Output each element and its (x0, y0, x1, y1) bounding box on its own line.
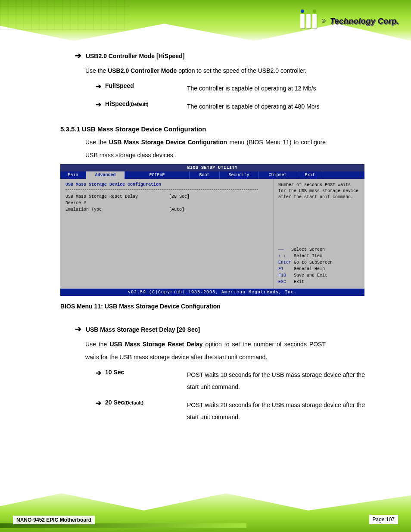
brand-reg: ® (322, 18, 326, 24)
key-text: Select Item (294, 254, 322, 258)
opt-name: 10 Sec (105, 369, 187, 376)
bios-body: USB Mass Storage Device Configuration US… (60, 179, 364, 289)
bios-tabs: Main Advanced PCIPnP Boot Security Chips… (60, 171, 364, 179)
sec2-heading: 5.3.5.1 USB Mass Storage Device Configur… (60, 125, 411, 133)
key-glyph: F10 (278, 273, 286, 278)
sec2-intro: Use the USB Mass Storage Device Configur… (85, 136, 326, 162)
list-item: ➔ HiSpeed (Default) The controller is ca… (96, 100, 411, 112)
page-content: ➔ USB2.0 Controller Mode [HiSpeed] Use t… (0, 51, 411, 429)
key-text: Select Screen (291, 247, 325, 252)
bios-footer: v02.59 (C)Copyright 1985-2005, American … (60, 289, 364, 296)
bios-panel: BIOS SETUP UTILITY Main Advanced PCIPnP … (60, 164, 364, 296)
bios-row: Device # (65, 201, 268, 205)
logo-bar-3 (312, 14, 317, 28)
banner-trace (0, 0, 129, 30)
arrow-icon: ➔ (96, 399, 105, 407)
opt-name: FullSpeed (105, 82, 187, 89)
key-glyph: F1 (278, 267, 283, 271)
opt-name: HiSpeed (Default) (105, 100, 187, 107)
key-glyph: ESC (278, 280, 286, 284)
logo-bar-2 (306, 14, 311, 28)
top-banner: ® Technology Corp. (0, 0, 411, 43)
sec1-intro-a: Use the (85, 67, 108, 74)
page-number: Page 107 (369, 515, 398, 524)
sec1-intro-b: option to set the speed of the USB2.0 co… (178, 67, 306, 74)
bios-help-row: ESC Exit (278, 279, 360, 285)
sec2-intro-bold: USB Mass Storage Device Configuration (109, 139, 227, 146)
bios-tab-active: Advanced (86, 171, 125, 179)
sec2-intro-a: Use the (85, 139, 109, 146)
key-text: General Help (294, 267, 325, 271)
bios-right: Number of seconds POST waits for the USB… (274, 179, 364, 289)
list-item: ➔ 20 Sec (Default) POST waits 20 seconds… (96, 399, 411, 423)
list-item: ➔ FullSpeed The controller is capable of… (96, 82, 411, 94)
sec1-intro: Use the USB2.0 Controller Mode option to… (85, 65, 326, 77)
sec1-intro-bold: USB2.0 Controller Mode (108, 67, 177, 74)
bios-tab: PCIPnP (125, 171, 190, 179)
opt-desc: POST waits 10 seconds for the USB mass s… (187, 369, 411, 393)
opt-desc: POST waits 20 seconds for the USB mass s… (187, 399, 411, 423)
bios-key: USB Mass Storage Reset Delay (65, 194, 169, 199)
sec3-options: ➔ 10 Sec POST waits 10 seconds for the U… (96, 369, 411, 423)
sec3-intro-a: Use the (85, 341, 109, 348)
arrow-icon: ➔ (96, 369, 105, 377)
bios-key-help: ←→ Select Screen ↑ ↓ Select Item Enter G… (278, 246, 360, 285)
brand-text: Technology Corp. (330, 17, 399, 26)
opt-desc: The controller is capable of operating a… (187, 100, 411, 112)
sec3-title: USB Mass Storage Reset Delay [20 Sec] (86, 326, 200, 333)
bios-key: Emulation Type (65, 207, 169, 212)
opt-name-text: 20 Sec (105, 399, 124, 406)
bios-row: Emulation Type [Auto] (65, 207, 268, 212)
opt-name-text: FullSpeed (105, 82, 134, 89)
bios-val: [20 Sec] (169, 194, 190, 199)
bios-row: USB Mass Storage Reset Delay [20 Sec] (65, 194, 268, 199)
bios-tab: Exit (297, 171, 323, 179)
bios-key: Device # (65, 201, 169, 205)
bios-help-row: F10 Save and Exit (278, 272, 360, 279)
arrow-icon: ➔ (96, 100, 105, 109)
opt-name-text: 10 Sec (105, 369, 124, 376)
bios-tab: Security (220, 171, 258, 179)
bios-panel-title: USB Mass Storage Device Configuration (65, 182, 268, 187)
opt-desc: The controller is capable of operating a… (187, 82, 411, 94)
sec1-options: ➔ FullSpeed The controller is capable of… (96, 82, 411, 112)
bottom-banner: NANO-9452 EPIC Motherboard Page 107 (0, 489, 411, 532)
sec3-head: ➔ USB Mass Storage Reset Delay [20 Sec] (75, 324, 411, 334)
bios-left: USB Mass Storage Device Configuration US… (60, 179, 274, 289)
bios-tab: Boot (190, 171, 220, 179)
key-text: Go to SubScreen (294, 260, 333, 265)
sec3-intro: Use the USB Mass Storage Reset Delay opt… (85, 338, 326, 364)
bios-help-row: ←→ Select Screen (278, 246, 360, 253)
key-text: Save and Exit (294, 273, 327, 278)
key-glyph: ↑ ↓ (278, 254, 286, 258)
key-glyph: Enter (278, 260, 291, 265)
opt-name-text: HiSpeed (105, 100, 129, 107)
bios-tab: Chipset (258, 171, 297, 179)
arrow-icon: ➔ (75, 51, 81, 60)
bios-hint: Number of seconds POST waits for the USB… (278, 182, 360, 200)
logo-mark (300, 14, 317, 28)
arrow-icon: ➔ (96, 82, 105, 90)
bios-tab: Main (60, 171, 86, 179)
opt-default: (Default) (124, 400, 143, 405)
key-glyph: ←→ (278, 247, 283, 252)
opt-default: (Default) (129, 102, 149, 107)
brand-logo: ® Technology Corp. (300, 14, 399, 28)
sec1-title: USB2.0 Controller Mode [HiSpeed] (86, 53, 184, 59)
bios-help-row: ↑ ↓ Select Item (278, 253, 360, 259)
arrow-icon: ➔ (75, 325, 81, 333)
logo-bar-1 (300, 14, 305, 28)
key-text: Exit (294, 280, 304, 284)
doc-title: NANO-9452 EPIC Motherboard (13, 516, 95, 524)
bios-help-row: Enter Go to SubScreen (278, 259, 360, 266)
sec1-head: ➔ USB2.0 Controller Mode [HiSpeed] (75, 51, 411, 60)
opt-name: 20 Sec (Default) (105, 399, 187, 406)
list-item: ➔ 10 Sec POST waits 10 seconds for the U… (96, 369, 411, 393)
bios-val: [Auto] (169, 207, 184, 212)
divider (65, 190, 258, 190)
bios-caption: BIOS Menu 11: USB Mass Storage Device Co… (60, 303, 411, 310)
bios-help-row: F1 General Help (278, 266, 360, 272)
bios-title: BIOS SETUP UTILITY (60, 164, 364, 171)
sec3-intro-bold: USB Mass Storage Reset Delay (109, 341, 202, 348)
